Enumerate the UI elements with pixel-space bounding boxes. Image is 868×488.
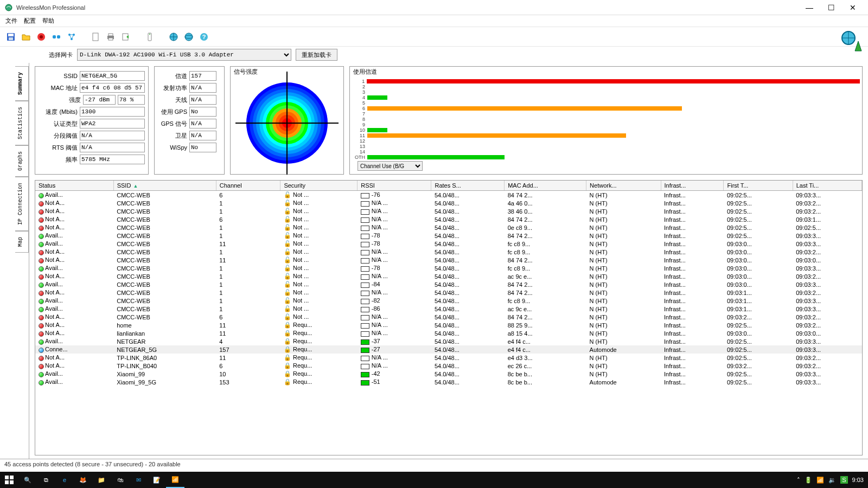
ap-row[interactable]: Not A...CMCC-WEB6🔓 Not ...N/A ...54.0/48… bbox=[35, 313, 862, 321]
explorer-icon[interactable]: 📁 bbox=[92, 472, 111, 488]
tab-summary[interactable]: Summary bbox=[15, 66, 29, 101]
ap-row[interactable]: Avail...NETGEAR4🔒 Requ...-3754.0/48...e4… bbox=[35, 337, 862, 345]
tab-ip-connection[interactable]: IP Connection bbox=[15, 177, 29, 231]
svg-point-5 bbox=[40, 35, 43, 38]
speed-field[interactable] bbox=[80, 107, 145, 117]
export-icon[interactable] bbox=[119, 30, 132, 43]
freq-field[interactable] bbox=[80, 155, 145, 164]
nodes-icon[interactable] bbox=[65, 30, 78, 43]
ap-row[interactable]: Not A...CMCC-WEB1🔓 Not ...N/A ...54.0/48… bbox=[35, 207, 862, 215]
antenna-field[interactable] bbox=[189, 95, 216, 105]
gps-field[interactable] bbox=[189, 107, 216, 117]
ap-row[interactable]: Avail...CMCC-WEB6🔓 Not ...-7654.0/48...8… bbox=[35, 191, 862, 200]
tray-volume-icon[interactable]: 🔉 bbox=[828, 477, 836, 484]
col-status[interactable]: Status bbox=[35, 181, 113, 191]
globe1-icon[interactable] bbox=[167, 30, 180, 43]
ap-row[interactable]: Avail...Xiaomi_9910🔒 Requ...-4254.0/48..… bbox=[35, 370, 862, 378]
taskview-icon[interactable]: ⧉ bbox=[37, 472, 55, 488]
channel-field[interactable] bbox=[189, 71, 216, 81]
minimize-button[interactable]: — bbox=[799, 3, 820, 12]
edge-icon[interactable]: e bbox=[55, 472, 74, 488]
open-icon[interactable] bbox=[20, 30, 33, 43]
ap-grid[interactable]: StatusSSID▲ChannelSecurityRSSIRates S...… bbox=[35, 180, 863, 455]
col-lastti[interactable]: Last Ti... bbox=[793, 181, 861, 191]
ap-row[interactable]: Avail...CMCC-WEB11🔓 Not ...-7854.0/48...… bbox=[35, 240, 862, 248]
reload-button[interactable]: 重新加载卡 bbox=[296, 49, 337, 61]
col-network[interactable]: Network... bbox=[586, 181, 661, 191]
ap-row[interactable]: Not A...home11🔒 Requ...N/A ...54.0/48...… bbox=[35, 321, 862, 329]
txpwr-field[interactable] bbox=[189, 83, 216, 93]
channel-bars: 1234567891011121314OTH bbox=[352, 79, 860, 160]
col-ratess[interactable]: Rates S... bbox=[431, 181, 505, 191]
ap-row[interactable]: Not A...lianliankan11🔒 Requ...N/A ...54.… bbox=[35, 329, 862, 337]
globe2-icon[interactable] bbox=[182, 30, 195, 43]
wispy-field[interactable] bbox=[189, 143, 216, 152]
clock[interactable]: 9:03 bbox=[852, 477, 864, 483]
tab-statistics[interactable]: Statistics bbox=[15, 101, 29, 145]
strength-pct-field[interactable] bbox=[118, 95, 145, 105]
ap-row[interactable]: Avail...CMCC-WEB1🔓 Not ...-8654.0/48...a… bbox=[35, 305, 862, 313]
ap-row[interactable]: Avail...CMCC-WEB1🔓 Not ...-8254.0/48...f… bbox=[35, 297, 862, 305]
sat-field[interactable] bbox=[189, 131, 216, 140]
info-panel-1: SSID MAC 地址 强度 速度 (Mbits) 认证类型 分段阈值 RTS … bbox=[35, 66, 149, 175]
mail-icon[interactable]: ✉ bbox=[129, 472, 148, 488]
channel-panel: 使用信道 1234567891011121314OTH Channel Use … bbox=[349, 66, 863, 175]
ap-row[interactable]: Not A...CMCC-WEB1🔓 Not ...N/A ...54.0/48… bbox=[35, 248, 862, 256]
close-button[interactable]: ✕ bbox=[842, 3, 864, 12]
ap-row[interactable]: Avail...CMCC-WEB1🔓 Not ...-7854.0/48...8… bbox=[35, 232, 862, 240]
search-icon[interactable]: 🔍 bbox=[18, 472, 37, 488]
mac-field[interactable] bbox=[80, 83, 145, 93]
ap-row[interactable]: Not A...CMCC-WEB1🔓 Not ...N/A ...54.0/48… bbox=[35, 199, 862, 207]
ap-row[interactable]: Not A...TP-LINK_B0406🔒 Requ...N/A ...54.… bbox=[35, 362, 862, 370]
menu-file[interactable]: 文件 bbox=[5, 17, 17, 25]
tab-graphs[interactable]: Graphs bbox=[15, 145, 29, 177]
svg-point-0 bbox=[5, 4, 12, 11]
tab-map[interactable]: Map bbox=[15, 231, 29, 253]
col-channel[interactable]: Channel bbox=[216, 181, 280, 191]
ap-row[interactable]: Not A...CMCC-WEB6🔓 Not ...N/A ...54.0/48… bbox=[35, 215, 862, 223]
ap-row[interactable]: Not A...CMCC-WEB1🔓 Not ...N/A ...54.0/48… bbox=[35, 223, 862, 232]
svg-rect-13 bbox=[108, 34, 113, 36]
save-icon[interactable] bbox=[4, 30, 17, 43]
store-icon[interactable]: 🛍 bbox=[111, 472, 129, 488]
tray-up-icon[interactable]: ˄ bbox=[797, 477, 800, 484]
menu-help[interactable]: 帮助 bbox=[42, 17, 54, 25]
col-macadd[interactable]: MAC Add... bbox=[505, 181, 586, 191]
col-rssi[interactable]: RSSI bbox=[358, 181, 431, 191]
tray-ime-icon[interactable]: S bbox=[840, 476, 847, 484]
ap-row[interactable]: Avail...Xiaomi_99_5G153🔒 Requ...-5154.0/… bbox=[35, 378, 862, 386]
help-icon[interactable]: ? bbox=[197, 30, 210, 43]
channel-use-select[interactable]: Channel Use (B/G bbox=[358, 161, 423, 171]
adapter-select[interactable]: D-Link DWA-192 AC1900 Wi-Fi USB 3.0 Adap… bbox=[77, 49, 291, 61]
link-icon[interactable] bbox=[50, 30, 63, 43]
ap-row[interactable]: Not A...CMCC-WEB1🔓 Not ...N/A ...54.0/48… bbox=[35, 272, 862, 280]
ap-row[interactable]: Not A...TP-LINK_86A011🔒 Requ...N/A ...54… bbox=[35, 354, 862, 362]
print-icon[interactable] bbox=[104, 30, 117, 43]
auth-field[interactable] bbox=[80, 119, 145, 129]
col-firstt[interactable]: First T... bbox=[724, 181, 793, 191]
gpssig-field[interactable] bbox=[189, 119, 216, 129]
menu-config[interactable]: 配置 bbox=[24, 17, 36, 25]
rts-field[interactable] bbox=[80, 143, 145, 152]
notes-icon[interactable]: 📝 bbox=[148, 472, 166, 488]
tray-battery-icon[interactable]: 🔋 bbox=[805, 477, 812, 484]
strength-field[interactable] bbox=[83, 95, 116, 105]
col-ssid[interactable]: SSID▲ bbox=[113, 181, 216, 191]
app-taskbar-icon[interactable]: 📶 bbox=[166, 472, 184, 488]
ssid-field[interactable] bbox=[80, 71, 145, 81]
ap-row[interactable]: Not A...CMCC-WEB11🔓 Not ...N/A ...54.0/4… bbox=[35, 256, 862, 264]
record-icon[interactable] bbox=[35, 30, 48, 43]
tray-wifi-icon[interactable]: 📶 bbox=[816, 477, 824, 484]
col-security[interactable]: Security bbox=[280, 181, 358, 191]
ap-row[interactable]: Avail...CMCC-WEB1🔓 Not ...-8454.0/48...8… bbox=[35, 280, 862, 288]
ap-row[interactable]: Avail...CMCC-WEB1🔓 Not ...-7854.0/48...f… bbox=[35, 264, 862, 272]
start-button[interactable] bbox=[0, 472, 18, 488]
maximize-button[interactable]: ☐ bbox=[820, 3, 842, 12]
firefox-icon[interactable]: 🦊 bbox=[74, 472, 92, 488]
col-infrast[interactable]: Infrast... bbox=[661, 181, 724, 191]
ap-row[interactable]: Conne...NETGEAR_5G157🔒 Requ...-2754.0/48… bbox=[35, 345, 862, 354]
frag-field[interactable] bbox=[80, 131, 145, 140]
doc-icon[interactable] bbox=[89, 30, 102, 43]
ap-row[interactable]: Not A...CMCC-WEB1🔓 Not ...N/A ...54.0/48… bbox=[35, 288, 862, 297]
device-icon[interactable] bbox=[143, 30, 156, 43]
